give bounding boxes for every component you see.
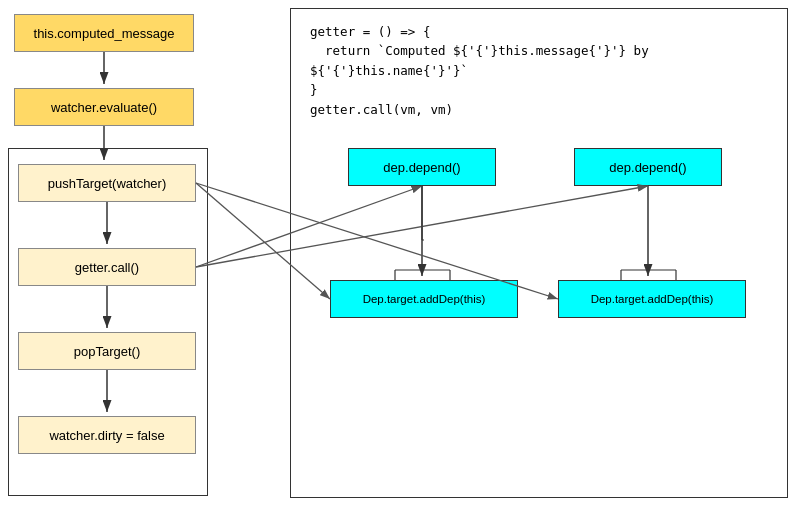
code-block: getter = () => { return `Computed ${'{'}…	[310, 22, 800, 119]
push-target-box: pushTarget(watcher)	[18, 164, 196, 202]
push-target-label: pushTarget(watcher)	[48, 176, 167, 191]
dep-depend-box-1: dep.depend()	[348, 148, 496, 186]
computed-message-label: this.computed_message	[34, 26, 175, 41]
watcher-evaluate-label: watcher.evaluate()	[51, 100, 157, 115]
dep-depend-label-2: dep.depend()	[609, 160, 686, 175]
dep-target-add-label-2: Dep.target.addDep(this)	[591, 293, 714, 305]
watcher-evaluate-box: watcher.evaluate()	[14, 88, 194, 126]
dep-target-add-box-2: Dep.target.addDep(this)	[558, 280, 746, 318]
watcher-dirty-box: watcher.dirty = false	[18, 416, 196, 454]
dep-depend-box-2: dep.depend()	[574, 148, 722, 186]
computed-message-box: this.computed_message	[14, 14, 194, 52]
code-line-4: getter.call(vm, vm)	[310, 102, 453, 117]
pop-target-box: popTarget()	[18, 332, 196, 370]
dep-depend-label-1: dep.depend()	[383, 160, 460, 175]
code-line-1: getter = () => {	[310, 24, 430, 39]
code-line-2: return `Computed ${'{'}this.message{'}'}…	[310, 43, 649, 77]
watcher-dirty-label: watcher.dirty = false	[49, 428, 164, 443]
dep-target-add-box-1: Dep.target.addDep(this)	[330, 280, 518, 318]
getter-call-box: getter.call()	[18, 248, 196, 286]
getter-call-label: getter.call()	[75, 260, 139, 275]
code-line-3: }	[310, 82, 318, 97]
dep-target-add-label-1: Dep.target.addDep(this)	[363, 293, 486, 305]
pop-target-label: popTarget()	[74, 344, 140, 359]
